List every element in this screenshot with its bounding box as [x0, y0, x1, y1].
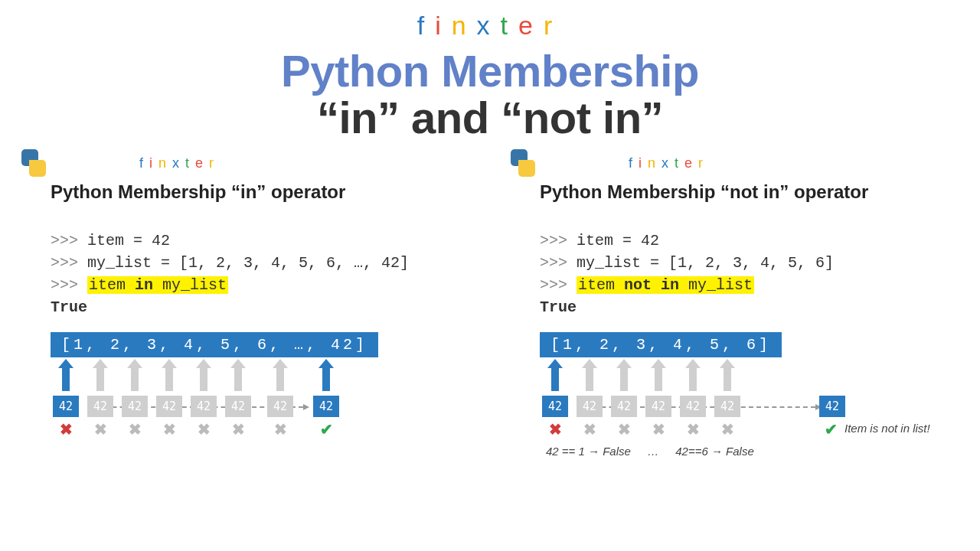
cross-icon: ✖ [94, 420, 107, 439]
up-arrow-icon [160, 359, 178, 391]
up-arrow-icon [546, 359, 564, 391]
footnote-text: 42==6 → False [675, 445, 754, 458]
brand-logo-small: finxter [139, 155, 220, 171]
up-arrow-icon [649, 359, 668, 391]
code-keyword: not in [624, 276, 679, 294]
brand-logo-small: finxter [629, 155, 709, 171]
arrow-row [51, 359, 471, 396]
diagram-in: [1, 2, 3, 4, 5, 6, …, 42] 42424242424242… [51, 332, 471, 443]
up-arrow-icon [317, 359, 335, 391]
repl-prompt: >>> [540, 232, 577, 249]
cross-icon: ✖ [60, 420, 73, 439]
repl-prompt: >>> [51, 254, 87, 272]
code-line: my_list = [1, 2, 3, 4, 5, 6, …, 42] [87, 254, 409, 272]
value-box: 42 [53, 396, 79, 417]
value-box: 42 [313, 396, 339, 417]
code-block-in: >>> item = 42 >>> my_list = [1, 2, 3, 4,… [51, 207, 471, 318]
up-arrow-icon [615, 359, 633, 391]
panel-in-heading: Python Membership “in” operator [51, 181, 471, 203]
code-line: item = 42 [577, 232, 659, 249]
mark-row: ✖✖✖✖✖✖✖✔ [51, 420, 471, 443]
code-token: item [89, 276, 135, 294]
annotation: Item is not in list! [844, 422, 930, 435]
value-box: 42 [542, 396, 568, 417]
up-arrow-icon [718, 359, 737, 391]
diagram-notin: [1, 2, 3, 4, 5, 6] 42424242424242 ✔ Item… [540, 332, 960, 458]
python-icon [509, 149, 537, 177]
up-arrow-icon [271, 359, 289, 391]
cross-icon: ✖ [618, 420, 631, 439]
value-box: 42 [611, 396, 637, 417]
code-line: item = 42 [87, 232, 170, 249]
cross-icon: ✖ [652, 420, 665, 439]
code-token: my_list [153, 276, 227, 294]
footnote-ellipsis: … [634, 445, 672, 458]
mark-row: ✔ Item is not in list! ✖✖✖✖✖✖ [540, 420, 960, 443]
repl-prompt: >>> [51, 232, 87, 249]
up-arrow-icon [684, 359, 702, 391]
code-result: True [51, 298, 87, 316]
cross-icon: ✖ [274, 420, 287, 439]
repl-prompt: >>> [51, 276, 87, 294]
footnote-text: 42 == 1 → False [546, 445, 631, 458]
up-arrow-icon [91, 359, 109, 391]
value-box: 42 [191, 396, 217, 417]
cross-icon: ✖ [232, 420, 245, 439]
value-box: 42 [577, 396, 603, 417]
value-box: 42 [87, 396, 113, 417]
check-icon: ✔ [825, 420, 838, 439]
box-row: 4242424242424242 [51, 396, 471, 420]
cross-icon: ✖ [129, 420, 142, 439]
value-box: 42 [267, 396, 293, 417]
title-line-2: “in” and “not in” [0, 92, 980, 143]
code-line: my_list = [1, 2, 3, 4, 5, 6] [577, 254, 834, 272]
panel-not-in: finxter Python Membership “not in” opera… [494, 149, 975, 458]
up-arrow-icon [57, 359, 75, 391]
code-token: item [578, 276, 624, 294]
up-arrow-icon [229, 359, 247, 391]
up-arrow-icon [580, 359, 599, 391]
arrow-row [540, 359, 960, 396]
cross-icon: ✖ [583, 420, 596, 439]
code-token: my_list [679, 276, 753, 294]
cross-icon: ✖ [163, 420, 176, 439]
panel-in: finxter Python Membership “in” operator … [5, 149, 486, 458]
footnote-row: 42 == 1 → False … 42==6 → False [546, 445, 960, 458]
brand-logo: finxter [0, 11, 980, 41]
check-icon: ✔ [320, 420, 333, 439]
value-box: 42 [714, 396, 740, 417]
up-arrow-icon [126, 359, 144, 391]
repl-prompt: >>> [540, 254, 577, 272]
value-box: 42 [122, 396, 148, 417]
repl-prompt: >>> [540, 276, 577, 294]
python-icon [20, 149, 47, 177]
title-block: Python Membership “in” and “not in” [0, 45, 980, 143]
title-line-1: Python Membership [0, 45, 980, 96]
value-box: 42 [156, 396, 182, 417]
up-arrow-icon [194, 359, 213, 391]
panels-row: finxter Python Membership “in” operator … [0, 149, 980, 458]
panel-notin-heading: Python Membership “not in” operator [540, 181, 960, 203]
list-bar: [1, 2, 3, 4, 5, 6] [540, 332, 782, 357]
value-box: 42 [680, 396, 706, 417]
cross-icon: ✖ [687, 420, 700, 439]
code-keyword: in [135, 276, 153, 294]
cross-icon: ✖ [549, 420, 562, 439]
list-bar: [1, 2, 3, 4, 5, 6, …, 42] [51, 332, 378, 357]
code-block-notin: >>> item = 42 >>> my_list = [1, 2, 3, 4,… [540, 207, 960, 318]
box-row: 42424242424242 [540, 396, 960, 420]
code-result: True [540, 298, 577, 316]
cross-icon: ✖ [198, 420, 211, 439]
cross-icon: ✖ [721, 420, 734, 439]
value-box: 42 [645, 396, 671, 417]
value-box: 42 [819, 396, 845, 417]
value-box: 42 [225, 396, 251, 417]
